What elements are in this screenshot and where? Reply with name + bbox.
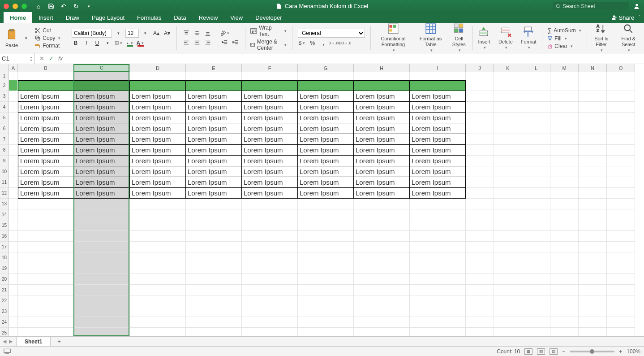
cell[interactable]: [494, 285, 522, 295]
cell[interactable]: Lorem Ipsum: [186, 177, 242, 188]
cell[interactable]: [9, 188, 18, 199]
cell[interactable]: [186, 72, 242, 80]
cell[interactable]: [18, 306, 74, 317]
tab-page-layout[interactable]: Page Layout: [86, 12, 131, 23]
cell[interactable]: [550, 72, 579, 80]
column-header[interactable]: H: [354, 64, 410, 72]
decrease-font-icon[interactable]: A▾: [163, 29, 171, 37]
cell[interactable]: [607, 156, 635, 166]
cell[interactable]: [607, 123, 635, 134]
fill-button[interactable]: Fill: [547, 35, 581, 42]
cell[interactable]: [186, 231, 242, 242]
cell[interactable]: [242, 274, 298, 285]
row-header[interactable]: 14: [0, 209, 9, 220]
cell[interactable]: [9, 242, 18, 252]
cell[interactable]: [18, 199, 74, 209]
cell[interactable]: [354, 231, 410, 242]
cell[interactable]: Lorem Ipsum: [354, 166, 410, 177]
cell[interactable]: [354, 199, 410, 209]
cell[interactable]: Lorem Ipsum: [186, 91, 242, 102]
share-button[interactable]: Share: [611, 14, 635, 21]
cell[interactable]: [550, 306, 579, 317]
column-header[interactable]: M: [550, 64, 579, 72]
cell[interactable]: [74, 209, 130, 220]
cell[interactable]: [522, 134, 550, 145]
column-header[interactable]: C: [74, 64, 130, 72]
cell[interactable]: [579, 263, 607, 274]
cell[interactable]: [550, 80, 579, 91]
cell[interactable]: [74, 242, 130, 252]
cell[interactable]: Lorem Ipsum: [410, 113, 466, 123]
spreadsheet-grid[interactable]: ABCDEFGHIJKLMNO 123456789101112131415161…: [0, 64, 644, 336]
name-box[interactable]: C1 ▲▼: [0, 53, 35, 64]
cell[interactable]: [579, 317, 607, 328]
cell[interactable]: Lorem Ipsum: [74, 123, 130, 134]
cell[interactable]: [466, 263, 494, 274]
underline-button[interactable]: U: [93, 39, 101, 47]
cell[interactable]: [550, 274, 579, 285]
cell[interactable]: Lorem Ipsum: [410, 156, 466, 166]
cell[interactable]: [550, 145, 579, 156]
cell[interactable]: Lorem Ipsum: [186, 166, 242, 177]
cell[interactable]: [607, 231, 635, 242]
cell[interactable]: [186, 285, 242, 295]
search-sheet[interactable]: [553, 2, 629, 10]
cell[interactable]: [466, 209, 494, 220]
cut-button[interactable]: Cut: [34, 27, 60, 34]
row-header[interactable]: 23: [0, 306, 9, 317]
cell[interactable]: [607, 317, 635, 328]
cell[interactable]: [579, 134, 607, 145]
align-top-icon[interactable]: [182, 29, 190, 37]
cell[interactable]: [298, 72, 354, 80]
cell[interactable]: Lorem Ipsum: [18, 145, 74, 156]
cell[interactable]: [550, 242, 579, 252]
font-name-input[interactable]: [72, 29, 112, 38]
cell[interactable]: [494, 242, 522, 252]
cell[interactable]: [466, 242, 494, 252]
row-header[interactable]: 10: [0, 166, 9, 177]
cell[interactable]: [186, 242, 242, 252]
zoom-slider[interactable]: [570, 351, 614, 352]
row-header[interactable]: 7: [0, 134, 9, 145]
row-header[interactable]: 3: [0, 91, 9, 102]
cell[interactable]: [607, 306, 635, 317]
fx-icon[interactable]: fx: [58, 55, 63, 62]
select-all-corner[interactable]: [0, 64, 9, 72]
cell[interactable]: Lorem Ipsum: [354, 113, 410, 123]
cell[interactable]: [466, 91, 494, 102]
cell[interactable]: [410, 231, 466, 242]
cell[interactable]: Lorem Ipsum: [186, 113, 242, 123]
cell[interactable]: [130, 72, 186, 80]
cell[interactable]: [9, 199, 18, 209]
cell[interactable]: [466, 295, 494, 306]
cell[interactable]: [186, 252, 242, 263]
tab-review[interactable]: Review: [193, 12, 224, 23]
cell[interactable]: [9, 209, 18, 220]
row-header[interactable]: 19: [0, 263, 9, 274]
cell[interactable]: Lorem Ipsum: [298, 113, 354, 123]
cell[interactable]: [242, 220, 298, 231]
cell[interactable]: [607, 113, 635, 123]
cell[interactable]: [579, 188, 607, 199]
cell[interactable]: [74, 252, 130, 263]
cell[interactable]: [242, 72, 298, 80]
row-header[interactable]: 4: [0, 102, 9, 113]
cell[interactable]: [607, 328, 635, 336]
cell[interactable]: [607, 209, 635, 220]
align-center-icon[interactable]: [193, 39, 201, 47]
cell[interactable]: [18, 295, 74, 306]
tab-view[interactable]: View: [224, 12, 249, 23]
cell[interactable]: [494, 317, 522, 328]
cell[interactable]: [9, 156, 18, 166]
font-color-button[interactable]: A: [136, 39, 144, 47]
cell[interactable]: Lorem Ipsum: [298, 123, 354, 134]
cell[interactable]: [494, 328, 522, 336]
cell[interactable]: [494, 188, 522, 199]
cell[interactable]: [579, 295, 607, 306]
row-header[interactable]: 17: [0, 242, 9, 252]
format-painter-button[interactable]: Format: [34, 43, 60, 49]
cell[interactable]: [579, 123, 607, 134]
redo-icon[interactable]: ↻: [73, 3, 80, 10]
cell[interactable]: [74, 263, 130, 274]
qat-more-icon[interactable]: ▾: [85, 3, 92, 10]
